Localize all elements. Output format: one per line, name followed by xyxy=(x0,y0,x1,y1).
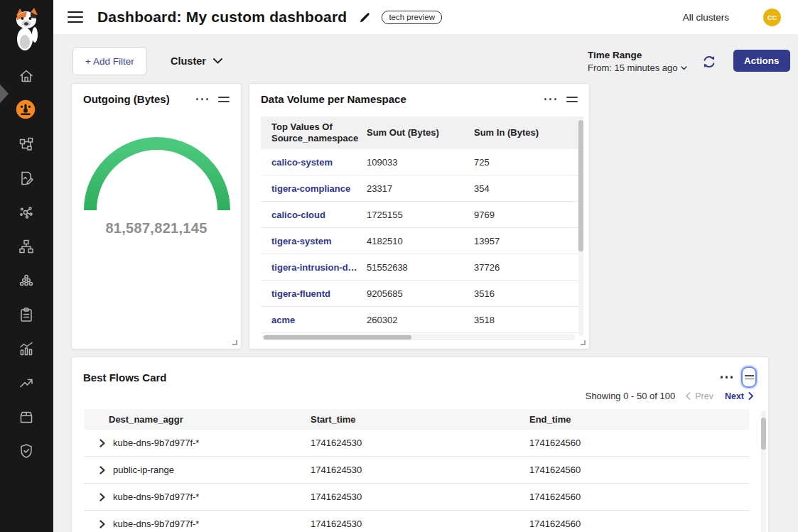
end-time-value: 1741624560 xyxy=(529,438,749,448)
table-header-row: Dest_name_aggr Start_time End_time xyxy=(84,409,749,430)
table-body: calico-system 109033 725 tigera-complian… xyxy=(261,149,583,333)
table-row: calico-cloud 1725155 9769 xyxy=(261,202,583,228)
table-row: kube-dns-9b7d977f-* 1741624530 174162456… xyxy=(84,430,749,457)
namespace-link[interactable]: calico-cloud xyxy=(261,210,367,220)
sum-in-value: 3518 xyxy=(474,315,583,325)
namespace-link[interactable]: acme xyxy=(261,315,367,325)
namespace-link[interactable]: tigera-compliance xyxy=(261,183,367,194)
column-header: Sum Out (Bytes) xyxy=(367,127,474,139)
chevron-down-icon xyxy=(213,58,222,64)
next-page-link[interactable]: Next xyxy=(725,391,744,401)
table-body: kube-dns-9b7d977f-* 1741624530 174162456… xyxy=(84,430,749,532)
security-icon[interactable] xyxy=(17,442,36,460)
row-expander-chevron-icon[interactable] xyxy=(99,493,106,501)
vertical-scrollbar xyxy=(761,411,766,532)
namespace-link[interactable]: tigera-fluentd xyxy=(261,288,367,299)
service-graph-icon[interactable] xyxy=(17,135,36,153)
row-expander-chevron-icon[interactable] xyxy=(99,466,106,474)
user-avatar[interactable]: CC xyxy=(763,9,781,26)
resize-handle[interactable] xyxy=(581,340,586,345)
sum-out-value: 260302 xyxy=(367,315,474,325)
workloads-icon[interactable] xyxy=(17,408,36,426)
cluster-dropdown-label: Cluster xyxy=(171,55,206,67)
network-topology-icon[interactable] xyxy=(17,237,36,256)
drag-handle-icon[interactable] xyxy=(218,94,230,104)
chevron-down-icon xyxy=(681,66,687,70)
end-time-value: 1741624560 xyxy=(529,492,749,502)
actions-button[interactable]: Actions xyxy=(733,50,790,72)
vertical-scrollbar xyxy=(578,119,583,336)
data-volume-card: Data Volume per Namespace Top Values Of … xyxy=(249,83,590,349)
edit-dashboard-icon[interactable] xyxy=(358,11,372,24)
namespace-link[interactable]: tigera-intrusion-d… xyxy=(261,262,367,273)
sum-in-value: 3516 xyxy=(474,288,583,299)
flow-logs-icon[interactable] xyxy=(17,169,36,188)
pagination: Showing 0 - 50 of 100 Prev Next xyxy=(586,391,754,401)
sum-in-value: 725 xyxy=(474,157,583,168)
horizontal-scrollbar-thumb[interactable] xyxy=(264,335,411,340)
tech-preview-badge: tech preview xyxy=(382,11,442,24)
card-title: Best Flows Card xyxy=(83,371,721,384)
chevron-right-icon[interactable] xyxy=(748,392,754,400)
namespace-link[interactable]: tigera-system xyxy=(261,236,367,246)
drag-handle-icon-focused[interactable] xyxy=(741,367,757,388)
gauge-arc xyxy=(72,116,242,216)
home-icon[interactable] xyxy=(17,67,36,85)
connections-icon[interactable] xyxy=(17,203,36,222)
table-row: tigera-compliance 23317 354 xyxy=(261,175,583,202)
end-time-value: 1741624560 xyxy=(529,519,749,529)
table-row: public-ip-range 1741624530 1741624560 xyxy=(84,457,749,484)
calico-cat-logo[interactable] xyxy=(11,8,42,50)
vertical-scrollbar-thumb[interactable] xyxy=(761,418,766,450)
start-time-value: 1741624530 xyxy=(311,438,529,448)
chevron-left-icon[interactable] xyxy=(685,392,691,400)
all-clusters-selector[interactable]: All clusters xyxy=(683,12,729,23)
sum-out-value: 1725155 xyxy=(367,210,474,220)
card-menu-icon[interactable] xyxy=(196,95,209,104)
time-range-value[interactable]: From: 15 minutes ago xyxy=(588,63,687,73)
sum-in-value: 354 xyxy=(474,183,583,194)
sidebar xyxy=(0,0,53,532)
column-header: Sum In (Bytes) xyxy=(474,127,583,139)
dashboards-icon-active[interactable] xyxy=(16,99,36,119)
start-time-value: 1741624530 xyxy=(311,492,529,502)
column-header: Dest_name_aggr xyxy=(84,414,311,425)
start-time-value: 1741624530 xyxy=(311,465,529,475)
dest-name-value: public-ip-range xyxy=(113,465,174,475)
clusters-icon[interactable] xyxy=(17,271,36,290)
card-menu-icon[interactable] xyxy=(544,95,557,104)
namespace-link[interactable]: calico-system xyxy=(261,157,367,168)
row-expander-chevron-icon[interactable] xyxy=(99,520,106,528)
vertical-scrollbar-thumb[interactable] xyxy=(578,120,583,251)
table-row: acme 260302 3518 xyxy=(261,307,583,333)
table-row: tigera-fluentd 9205685 3516 xyxy=(261,281,583,307)
refresh-icon[interactable] xyxy=(701,54,717,70)
trends-icon[interactable] xyxy=(17,374,36,392)
sum-out-value: 4182510 xyxy=(367,236,474,246)
hamburger-menu-icon[interactable] xyxy=(68,11,83,23)
top-header: Dashboard: My custom dashboard tech prev… xyxy=(53,0,798,34)
prev-page-link[interactable]: Prev xyxy=(695,391,713,401)
sum-in-value: 37726 xyxy=(474,262,583,273)
sum-out-value: 9205685 xyxy=(367,288,474,299)
drag-handle-icon[interactable] xyxy=(566,94,578,104)
namespace-table: Top Values Of Source_namespace Sum Out (… xyxy=(261,116,583,343)
card-title: Data Volume per Namespace xyxy=(261,93,544,105)
dest-name-value: kube-dns-9b7d977f-* xyxy=(113,519,199,529)
add-filter-button[interactable]: + Add Filter xyxy=(72,47,147,75)
best-flows-card: Best Flows Card Showing 0 - 50 of 100 Pr… xyxy=(71,357,769,532)
dest-name-value: kube-dns-9b7d977f-* xyxy=(113,492,199,502)
sum-out-value: 23317 xyxy=(367,183,474,194)
cluster-dropdown[interactable]: Cluster xyxy=(171,47,222,75)
statistics-icon[interactable] xyxy=(17,340,36,358)
table-row: tigera-intrusion-d… 51552638 37726 xyxy=(261,254,583,281)
row-expander-chevron-icon[interactable] xyxy=(99,439,106,447)
compliance-reports-icon[interactable] xyxy=(17,305,36,324)
table-row: tigera-system 4182510 13957 xyxy=(261,228,583,254)
time-range-control: Time Range From: 15 minutes ago xyxy=(588,50,687,73)
dest-name-value: kube-dns-9b7d977f-* xyxy=(113,438,199,448)
card-menu-icon[interactable] xyxy=(721,373,733,381)
sum-out-value: 51552638 xyxy=(367,262,474,273)
best-flows-table: Dest_name_aggr Start_time End_time kube-… xyxy=(84,409,749,532)
resize-handle[interactable] xyxy=(232,340,237,345)
